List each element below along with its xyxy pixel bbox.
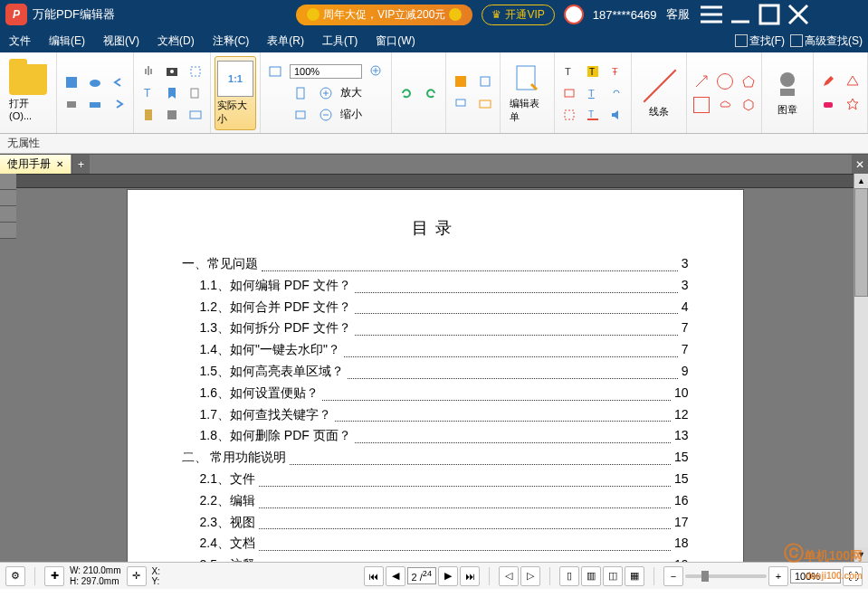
toc-entry[interactable]: 1.4、如何"一键去水印"？7 (182, 339, 689, 361)
menu-edit[interactable]: 编辑(E) (40, 33, 94, 49)
fit-page-button[interactable] (290, 83, 311, 103)
vip-button[interactable]: ♛ 开通VIP (482, 5, 554, 25)
lines-button[interactable]: 线条 (635, 63, 682, 122)
ocr-button[interactable] (185, 105, 206, 125)
rotate-cw-button[interactable] (420, 83, 442, 103)
arrow-shape[interactable] (691, 71, 712, 91)
nav-back-button[interactable]: ◁ (499, 566, 519, 586)
rect-tool-button[interactable] (558, 83, 580, 103)
document-viewport[interactable]: 目录 一、常见问题31.1、如何编辑 PDF 文件？31.2、如何合并 PDF … (16, 174, 854, 562)
text-highlight-button[interactable]: T (582, 62, 604, 81)
toc-entry[interactable]: 1.8、如何删除 PDF 页面？13 (182, 425, 689, 447)
zoom-input[interactable] (290, 64, 362, 79)
text-color-button[interactable]: T (582, 105, 604, 125)
continuous-button[interactable]: ▥ (581, 566, 601, 586)
edit-form-button[interactable]: 编辑表单 (504, 59, 550, 128)
toc-entry[interactable]: 2.1、文件15 (182, 469, 689, 490)
avatar[interactable] (564, 5, 584, 24)
close-all-tabs-button[interactable]: ✕ (852, 155, 868, 174)
facing-button[interactable]: ◫ (603, 566, 623, 586)
callout-button[interactable] (450, 94, 472, 114)
circle-tool-button[interactable] (558, 105, 580, 125)
first-page-button[interactable]: ⏮ (364, 566, 384, 586)
sidebar-thumbnails[interactable] (0, 174, 16, 190)
close-tab-icon[interactable]: ✕ (56, 159, 63, 169)
document-tab[interactable]: 使用手册 ✕ (0, 155, 72, 174)
vertical-scrollbar[interactable]: ▲ ▼ (854, 174, 868, 562)
square-shape[interactable] (691, 95, 712, 115)
menu-doc[interactable]: 文档(D) (148, 33, 204, 49)
text-tool-button[interactable]: T (558, 62, 580, 81)
open-button[interactable]: 打开(O)... (4, 61, 52, 125)
toc-entry[interactable]: 1.5、如何高亮表单区域？9 (182, 361, 689, 383)
scroll-thumb[interactable] (854, 188, 868, 297)
scroll-down-button[interactable]: ▼ (854, 547, 868, 562)
zoom-out-button[interactable] (315, 105, 337, 125)
zoom-value-input[interactable] (790, 569, 841, 583)
find-button[interactable]: 查找(F) (735, 33, 785, 49)
strike-button[interactable]: Ŧ (606, 62, 627, 81)
pencil-button[interactable] (817, 71, 839, 91)
nav-fwd-button[interactable]: ▷ (520, 566, 540, 586)
zoom-out-sb-button[interactable]: − (663, 566, 683, 586)
cloud-shape[interactable] (714, 95, 736, 115)
close-button[interactable] (784, 0, 813, 29)
toc-entry[interactable]: 2.4、文档18 (182, 533, 689, 555)
textbox-button[interactable] (474, 94, 496, 114)
pentagon-shape[interactable] (738, 71, 759, 91)
text-button[interactable]: T (138, 83, 159, 103)
camera-button[interactable] (161, 62, 183, 81)
measure-button[interactable]: ✚ (44, 566, 64, 586)
zoom-in-button[interactable] (315, 83, 337, 103)
star-button[interactable] (842, 94, 863, 114)
prev-page-button[interactable]: ◀ (386, 566, 405, 586)
actual-size-button[interactable]: 1:1 实际大小 (215, 56, 256, 130)
copy-button[interactable] (185, 83, 206, 103)
eraser-button[interactable] (817, 94, 839, 114)
link-button[interactable] (606, 83, 627, 103)
bookmark-button[interactable] (161, 83, 183, 103)
minimize-button[interactable] (726, 0, 755, 29)
menu-window[interactable]: 窗口(W) (367, 33, 424, 49)
stamp-button[interactable]: 图章 (766, 65, 809, 120)
menu-comment[interactable]: 注释(C) (204, 33, 259, 49)
hand-button[interactable] (138, 62, 159, 81)
menu-form[interactable]: 表单(R) (258, 33, 313, 49)
toc-entry[interactable]: 2.3、视图17 (182, 512, 689, 534)
toc-entry[interactable]: 1.6、如何设置便贴？10 (182, 383, 689, 404)
add-tab-button[interactable]: + (72, 155, 90, 174)
toc-entry[interactable]: 1.1、如何编辑 PDF 文件？3 (182, 275, 689, 297)
promo-banner[interactable]: 周年大促，VIP立减200元 (296, 5, 472, 25)
sound-button[interactable] (606, 105, 627, 125)
zoom-in-plus-button[interactable] (366, 62, 387, 81)
menu-tool[interactable]: 工具(T) (313, 33, 367, 49)
fit-visible-button[interactable] (290, 105, 311, 125)
underline-button[interactable]: T (582, 83, 604, 103)
single-page-button[interactable]: ▯ (559, 566, 579, 586)
toc-entry[interactable]: 1.7、如何查找关键字？12 (182, 404, 689, 426)
toc-entry[interactable]: 1.2、如何合并 PDF 文件？4 (182, 297, 689, 318)
toc-entry[interactable]: 2.5、注释19 (182, 555, 689, 562)
zoom-in-sb-button[interactable]: + (768, 566, 788, 586)
sidebar-layers[interactable] (0, 223, 16, 239)
scan-button[interactable] (84, 94, 106, 114)
polygon-shape[interactable] (738, 95, 759, 115)
zoom-slider[interactable] (685, 574, 767, 578)
menu-view[interactable]: 视图(V) (94, 33, 148, 49)
note-button[interactable] (474, 71, 496, 91)
crosshair-button[interactable]: ✛ (127, 566, 147, 586)
shapes-button[interactable] (842, 71, 863, 91)
sidebar-attachments[interactable] (0, 206, 16, 223)
facing-continuous-button[interactable]: ▦ (625, 566, 644, 586)
highlight-button[interactable] (450, 71, 472, 91)
customer-service[interactable]: 客服 (666, 6, 690, 23)
rotate-ccw-button[interactable] (396, 83, 417, 103)
toc-entry[interactable]: 二、 常用功能说明15 (182, 447, 689, 469)
cloud-button[interactable] (84, 72, 106, 92)
last-page-button[interactable]: ⏭ (460, 566, 480, 586)
sidebar-bookmarks[interactable] (0, 190, 16, 206)
print-button[interactable] (61, 94, 82, 114)
fullscreen-button[interactable]: ⛶ (843, 566, 863, 586)
toc-entry[interactable]: 一、常见问题3 (182, 253, 689, 275)
undo-button[interactable] (108, 72, 129, 92)
